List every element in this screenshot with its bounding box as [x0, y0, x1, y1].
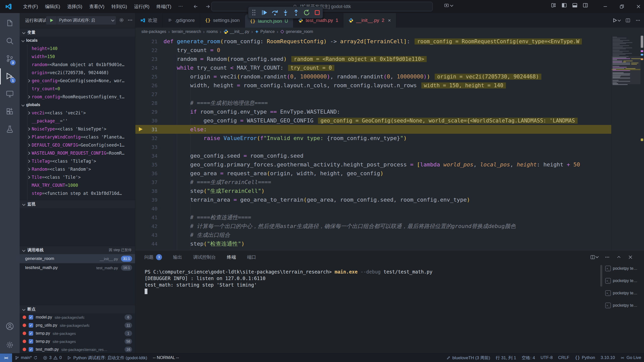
variable-row[interactable]: try_count = 0	[20, 85, 135, 93]
close-panel-icon[interactable]	[628, 255, 633, 260]
gutter-glyph-margin[interactable]	[135, 46, 147, 55]
tab-close-icon[interactable]: ×	[388, 18, 391, 23]
breakpoint-checkbox[interactable]: ✓	[29, 331, 33, 336]
account-icon[interactable]	[6, 322, 14, 331]
watch-section-header[interactable]: 监视	[20, 200, 135, 208]
gutter-glyph-margin[interactable]	[135, 90, 147, 99]
tab-.gdignore[interactable]: .gdignore	[163, 13, 200, 28]
variable-row[interactable]: step = <function step at 0x1bf8d716d…	[20, 189, 135, 197]
call-stack-section-header[interactable]: 调用堆栈 因 step 已暂停	[20, 246, 135, 254]
breakpoint-row[interactable]: ✓temp.pysite-packages1	[20, 329, 135, 337]
tab-欢迎[interactable]: 欢迎	[135, 13, 163, 28]
explorer-icon[interactable]	[6, 19, 14, 28]
menu-item[interactable]: 编辑(E)	[42, 2, 64, 11]
breadcrumb-item[interactable]: Pylance	[255, 29, 275, 34]
menu-item[interactable]: 文件(F)	[20, 2, 42, 11]
variable-row[interactable]: vec2i = <class 'vec2i'>	[20, 109, 135, 117]
terminal-list-item[interactable]: >_pocketpy te…	[605, 275, 644, 286]
split-editor-icon[interactable]	[625, 18, 630, 23]
variable-row[interactable]: geo_config = GeoConfig(seed=None, wor…	[20, 77, 135, 85]
gutter-glyph-margin[interactable]	[135, 63, 147, 72]
remote-explorer-icon[interactable]	[6, 90, 14, 98]
gutter-glyph-margin[interactable]	[135, 187, 147, 195]
minimize-icon[interactable]	[603, 4, 608, 9]
minimap[interactable]	[611, 36, 640, 250]
sidebar-more-actions-icon[interactable]	[127, 17, 133, 23]
menu-item[interactable]: 终端(T)	[153, 2, 175, 11]
gutter-glyph-margin[interactable]	[135, 99, 147, 107]
vim-mode-indicator[interactable]: -- NORMAL --	[150, 353, 182, 362]
variable-row[interactable]: Tile = <class 'Tile'>	[20, 173, 135, 181]
breakpoint-row[interactable]: ✓png_utils.pysite-packages\wfc11	[20, 321, 135, 329]
scope-row-locals[interactable]: locals	[20, 36, 135, 44]
gutter-glyph-margin[interactable]	[135, 160, 147, 169]
restart-icon[interactable]	[303, 9, 310, 16]
toggle-secondary-sidebar-icon[interactable]	[583, 3, 588, 8]
gutter-glyph-margin[interactable]	[135, 116, 147, 125]
stack-frame[interactable]: generate_room__init__.py31:1	[20, 254, 135, 263]
variable-row[interactable]: DEFAULT_GEO_CONFIG = GeoConfig(seed=1…	[20, 141, 135, 149]
cursor-position-item[interactable]: 行 31, 列 1	[493, 353, 519, 362]
gutter-glyph-margin[interactable]	[135, 213, 147, 222]
gutter-glyph-margin[interactable]	[135, 134, 147, 143]
gutter-glyph-margin[interactable]	[135, 72, 147, 81]
git-blame-item[interactable]: blueloveTH (3 周前)	[444, 353, 493, 362]
gutter-glyph-margin[interactable]	[135, 81, 147, 90]
settings-gear-icon[interactable]	[6, 341, 14, 349]
maximize-panel-icon[interactable]	[616, 255, 621, 260]
continue-icon[interactable]	[261, 9, 268, 16]
gutter-glyph-margin[interactable]	[135, 222, 147, 231]
panel-tab-输出[interactable]: 输出	[173, 254, 182, 260]
breakpoint-checkbox[interactable]: ✓	[29, 315, 33, 320]
terminal-scrollbar[interactable]	[600, 265, 602, 287]
variable-row[interactable]: NoiseType = <class 'NoiseType'>	[20, 125, 135, 133]
close-icon[interactable]	[636, 4, 641, 9]
step-out-icon[interactable]	[293, 9, 300, 16]
python-version-item[interactable]: 3.10.10	[598, 353, 618, 362]
variable-row[interactable]: Random = <class 'Random'>	[20, 165, 135, 173]
editor-more-actions-icon[interactable]	[635, 18, 640, 23]
terminal-list-item[interactable]: >_pocketpy te…	[605, 300, 644, 311]
variable-row[interactable]: MAX_TRY_COUNT = 1000	[20, 181, 135, 189]
search-view-icon[interactable]	[6, 37, 14, 45]
gutter-glyph-margin[interactable]	[135, 37, 147, 46]
panel-tab-端口[interactable]: 端口	[247, 254, 256, 260]
encoding-item[interactable]: UTF-8	[538, 353, 555, 362]
tab-__init__.py[interactable]: __init__.py2×	[343, 13, 396, 28]
restore-icon[interactable]	[619, 4, 624, 9]
gutter-glyph-margin[interactable]	[135, 151, 147, 160]
breakpoint-row[interactable]: ✓model.pysite-packages\wfc6	[20, 313, 135, 321]
back-arrow-icon[interactable]	[193, 4, 198, 9]
gutter-glyph-margin[interactable]	[135, 178, 147, 187]
gutter-glyph-margin[interactable]	[135, 231, 147, 239]
gutter-glyph-margin[interactable]	[135, 239, 147, 248]
menu-item[interactable]: 查看(V)	[86, 2, 108, 11]
debug-config-item[interactable]: Python 调试程序: 启动文件 (godot-ldtk)	[64, 353, 150, 362]
gutter-glyph-margin[interactable]	[135, 107, 147, 116]
variable-row[interactable]: random = <Random object at 0x1bf9d01e…	[20, 61, 135, 69]
testing-icon[interactable]	[6, 125, 14, 133]
stack-frame[interactable]: test/test_math.pytest_math.py16:1	[20, 263, 135, 272]
customize-layout-icon[interactable]	[551, 3, 556, 8]
screencast-button[interactable]	[444, 3, 453, 8]
breakpoint-row[interactable]: ✓temp.pysite-packages58	[20, 337, 135, 345]
menu-item[interactable]: 运行(R)	[131, 2, 153, 11]
gutter-glyph-margin[interactable]	[135, 195, 147, 204]
watch-empty-area[interactable]	[20, 208, 135, 246]
variable-row[interactable]: origin = vec2i(7205730, 9024468)	[20, 69, 135, 77]
panel-more-actions-icon[interactable]	[605, 255, 610, 260]
overview-ruler[interactable]	[640, 36, 644, 250]
git-branch-item[interactable]: main*	[12, 353, 40, 362]
toggle-panel-icon[interactable]	[572, 3, 578, 8]
toggle-sidebar-icon[interactable]	[561, 3, 567, 8]
remote-indicator[interactable]: ><	[0, 353, 12, 362]
menu-item[interactable]: 转到(G)	[108, 2, 131, 11]
menu-item[interactable]: 选择(S)	[64, 2, 86, 11]
breakpoints-section-header[interactable]: 断点	[20, 305, 135, 313]
breadcrumb-item[interactable]: site-packages	[141, 29, 166, 34]
problems-item[interactable]: 3 0	[40, 353, 64, 362]
menu-item[interactable]: ···	[175, 2, 186, 11]
launch-config-select[interactable]: Python 调试程序: 启	[46, 16, 116, 25]
tab-settings.json[interactable]: {}settings.json	[200, 13, 245, 28]
language-mode-item[interactable]: {} Python	[572, 353, 598, 362]
